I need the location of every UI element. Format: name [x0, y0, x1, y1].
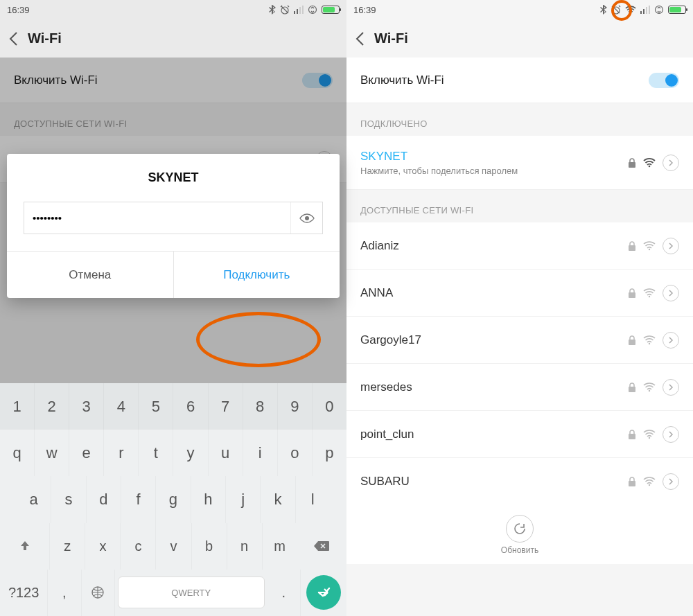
- lock-icon: [628, 430, 636, 439]
- key-e[interactable]: e: [69, 430, 104, 476]
- key-x[interactable]: x: [85, 523, 121, 570]
- key-k[interactable]: k: [261, 476, 295, 522]
- key-f[interactable]: f: [121, 476, 156, 522]
- key-q[interactable]: q: [0, 430, 35, 476]
- key-a[interactable]: a: [17, 476, 51, 522]
- shift-key[interactable]: [0, 523, 50, 570]
- details-icon[interactable]: [663, 473, 679, 490]
- details-icon[interactable]: [663, 332, 679, 349]
- section-connected: ПОДКЛЮЧЕНО: [346, 103, 693, 136]
- svg-point-18: [649, 165, 651, 167]
- bluetooth-icon: [269, 5, 276, 15]
- key-3[interactable]: 3: [69, 383, 104, 430]
- svg-point-24: [649, 342, 650, 344]
- details-icon[interactable]: [663, 285, 679, 301]
- key-b[interactable]: b: [192, 523, 227, 570]
- keyboard-row-2: qwertyuiop: [0, 430, 346, 476]
- key-i[interactable]: i: [243, 430, 278, 476]
- details-icon[interactable]: [663, 379, 679, 396]
- annotation-circle: [196, 312, 321, 367]
- enter-key[interactable]: [306, 575, 341, 610]
- key-y[interactable]: y: [173, 430, 208, 476]
- key-4[interactable]: 4: [104, 383, 139, 430]
- key-n[interactable]: n: [227, 523, 263, 570]
- key-l[interactable]: l: [296, 476, 330, 522]
- key-6[interactable]: 6: [173, 383, 208, 430]
- key-v[interactable]: v: [156, 523, 191, 570]
- key-u[interactable]: u: [209, 430, 243, 476]
- status-bar: 16:39: [346, 0, 693, 19]
- dot-key[interactable]: .: [267, 570, 301, 616]
- sync-icon: [654, 5, 664, 15]
- wifi-icon: [643, 430, 656, 439]
- key-9[interactable]: 9: [278, 383, 313, 430]
- status-bar: 16:39: [0, 0, 346, 19]
- symbols-key[interactable]: ?123: [0, 570, 48, 616]
- network-row[interactable]: mersedes: [346, 364, 693, 411]
- key-r[interactable]: r: [104, 430, 139, 476]
- key-m[interactable]: m: [263, 523, 297, 570]
- key-8[interactable]: 8: [243, 383, 278, 430]
- backspace-key[interactable]: [297, 523, 346, 570]
- key-h[interactable]: h: [191, 476, 226, 522]
- svg-point-8: [305, 216, 309, 220]
- wifi-toggle-label: Включить Wi-Fi: [360, 73, 649, 87]
- network-row[interactable]: SUBARU: [346, 458, 693, 505]
- key-c[interactable]: c: [121, 523, 156, 570]
- keyboard-row-5: ?123 , QWERTY .: [0, 570, 346, 616]
- details-icon[interactable]: [663, 426, 679, 443]
- key-o[interactable]: o: [278, 430, 313, 476]
- space-key[interactable]: QWERTY: [118, 577, 265, 608]
- battery-icon: [322, 6, 340, 14]
- key-2[interactable]: 2: [35, 383, 69, 430]
- key-d[interactable]: d: [87, 476, 121, 522]
- wifi-toggle[interactable]: [302, 73, 333, 88]
- network-row[interactable]: Gargoyle17: [346, 317, 693, 364]
- cancel-button[interactable]: Отмена: [7, 252, 174, 298]
- alarm-off-icon: [280, 5, 290, 15]
- section-available: ДОСТУПНЫЕ СЕТИ WI-FI: [346, 190, 693, 222]
- svg-rect-3: [299, 7, 301, 14]
- key-j[interactable]: j: [226, 476, 261, 522]
- keyboard[interactable]: 1234567890 qwertyuiop asdfghjkl zxcvbnm …: [0, 383, 346, 616]
- lock-icon: [628, 382, 636, 392]
- connect-button[interactable]: Подключить: [174, 252, 340, 298]
- svg-rect-4: [302, 6, 304, 14]
- network-row[interactable]: point_clun: [346, 411, 693, 458]
- key-1[interactable]: 1: [0, 383, 35, 430]
- keyboard-number-row: 1234567890: [0, 383, 346, 430]
- key-s[interactable]: s: [51, 476, 86, 522]
- globe-key[interactable]: [82, 570, 115, 616]
- back-icon[interactable]: [355, 31, 365, 46]
- key-0[interactable]: 0: [313, 383, 346, 430]
- details-icon[interactable]: [663, 155, 679, 171]
- back-icon[interactable]: [8, 31, 18, 46]
- lock-icon: [628, 335, 636, 345]
- network-row[interactable]: Adianiz: [346, 222, 693, 270]
- key-5[interactable]: 5: [139, 383, 173, 430]
- key-z[interactable]: z: [50, 523, 85, 570]
- network-name: SUBARU: [360, 475, 628, 489]
- details-icon[interactable]: [663, 238, 679, 254]
- toggle-password-icon[interactable]: [290, 202, 322, 234]
- refresh-button[interactable]: [506, 515, 534, 543]
- key-7[interactable]: 7: [209, 383, 243, 430]
- network-row[interactable]: ANNA: [346, 270, 693, 317]
- network-name: Adianiz: [360, 239, 628, 253]
- password-input[interactable]: [24, 202, 290, 234]
- bluetooth-icon: [600, 5, 607, 15]
- wifi-toggle[interactable]: [649, 73, 679, 88]
- key-t[interactable]: t: [139, 430, 173, 476]
- lock-icon: [628, 158, 636, 168]
- connected-network-row[interactable]: SKYNET Нажмите, чтобы поделиться паролем: [346, 136, 693, 190]
- wifi-toggle-row[interactable]: Включить Wi-Fi: [0, 58, 346, 103]
- comma-key[interactable]: ,: [48, 570, 81, 616]
- svg-point-11: [630, 12, 631, 13]
- wifi-toggle-row[interactable]: Включить Wi-Fi: [346, 58, 693, 103]
- key-g[interactable]: g: [156, 476, 191, 522]
- key-w[interactable]: w: [35, 430, 69, 476]
- svg-rect-15: [649, 6, 650, 14]
- key-p[interactable]: p: [313, 430, 346, 476]
- signal-icon: [294, 6, 304, 14]
- svg-point-26: [649, 389, 650, 391]
